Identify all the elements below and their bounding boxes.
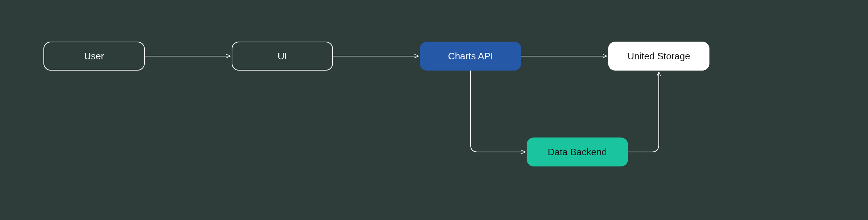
edge-charts-api-to-data-backend (471, 71, 525, 152)
node-united-storage-label: United Storage (627, 51, 690, 62)
connectors-layer (0, 0, 868, 220)
node-user: User (43, 42, 145, 71)
node-charts-api: Charts API (420, 42, 521, 71)
node-user-label: User (84, 51, 104, 62)
node-data-backend: Data Backend (527, 138, 628, 166)
edge-data-backend-to-united-storage (628, 72, 659, 152)
node-ui: UI (232, 42, 333, 71)
node-ui-label: UI (278, 51, 287, 62)
node-charts-api-label: Charts API (448, 51, 493, 62)
node-united-storage: United Storage (608, 42, 709, 71)
node-data-backend-label: Data Backend (548, 147, 607, 158)
